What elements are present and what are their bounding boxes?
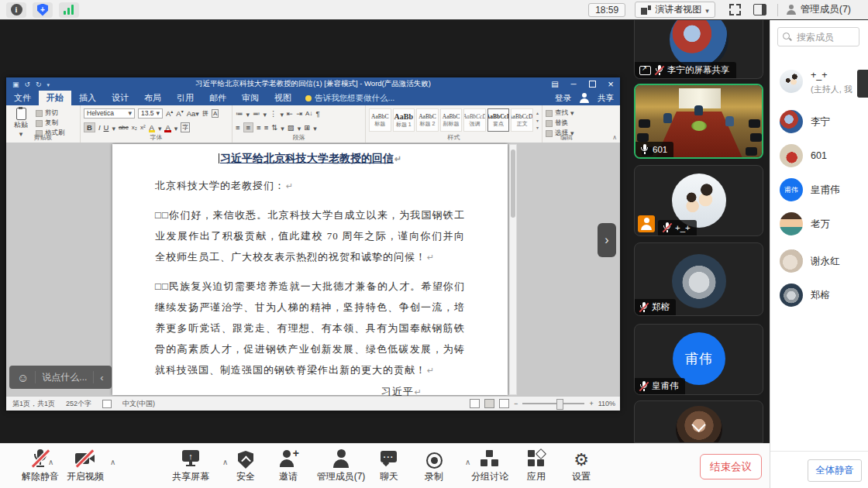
chat-input-placeholder[interactable]: 说点什么... [42, 371, 87, 384]
proofing-icon[interactable] [102, 400, 112, 408]
side-panel-toggle[interactable] [753, 4, 766, 15]
read-mode-icon[interactable] [470, 399, 480, 408]
video-tile-screenshare[interactable]: 李宁的屏幕共享 [634, 19, 763, 79]
end-meeting-button[interactable]: 结束会议 [700, 454, 762, 479]
tab-references[interactable]: 引用 [169, 91, 202, 105]
cut-button[interactable]: 剪切 [36, 108, 65, 118]
tab-view[interactable]: 视图 [267, 91, 299, 105]
participant-row[interactable]: 甫伟 皇甫伟 [780, 174, 866, 205]
participant-row-host[interactable]: +_+(主持人, 我 [780, 64, 866, 98]
change-case-icon[interactable]: Aa [187, 109, 199, 118]
sign-in-link[interactable]: 登录 [555, 93, 571, 104]
video-tile-huangfuwei[interactable]: 甫伟 皇甫伟 [634, 324, 763, 395]
undo-icon[interactable] [25, 81, 31, 88]
tab-home[interactable]: 开始 [39, 91, 71, 105]
style-card-body[interactable]: AaBbCcDd正文 [511, 108, 533, 132]
chat-quick-bar[interactable]: ☺ 说点什么... ‹ [9, 366, 112, 389]
minimize-button[interactable] [564, 77, 583, 91]
underline-button[interactable]: U [104, 123, 109, 132]
video-tile-host[interactable]: +_+ [634, 165, 763, 236]
meeting-protection-button[interactable]: + [33, 2, 53, 18]
tab-design[interactable]: 设计 [104, 91, 136, 105]
participant-row[interactable]: 谢永红 [780, 246, 866, 277]
quick-access-toolbar[interactable] [12, 81, 50, 88]
quick-access-dropdown-icon[interactable] [47, 81, 50, 88]
align-center-icon[interactable]: ≡ [243, 122, 254, 132]
member-search-box[interactable] [777, 27, 859, 46]
tab-layout[interactable]: 布局 [136, 91, 169, 105]
share-link[interactable]: 共享 [598, 93, 614, 104]
style-card-selected[interactable]: AaBbCcD要点 [487, 108, 510, 132]
decrease-indent-icon[interactable]: ⇤ [287, 109, 293, 118]
fullscreen-button[interactable] [729, 4, 741, 15]
scrollbar-thumb[interactable] [511, 149, 515, 218]
settings-button[interactable]: 设置 [549, 449, 614, 483]
strikethrough-button[interactable]: abc [119, 124, 129, 131]
font-size-select[interactable]: 13.5 [138, 108, 163, 119]
enclose-characters-icon[interactable]: 字 [181, 122, 190, 132]
font-color-button[interactable]: A [164, 123, 170, 132]
style-card-emphasis[interactable]: AaBbCcD强调 [463, 108, 486, 132]
align-right-icon[interactable]: ≡ [257, 123, 261, 132]
borders-icon[interactable]: ⊞ [304, 123, 310, 132]
network-status-button[interactable] [59, 2, 79, 18]
zoom-out-button[interactable]: − [514, 400, 518, 407]
tab-insert[interactable]: 插入 [71, 91, 104, 105]
video-tile-601[interactable]: 601 [634, 84, 763, 159]
justify-icon[interactable]: ≡ [264, 123, 269, 132]
style-card-heading1[interactable]: AaBb标题 1 [393, 108, 415, 132]
shrink-font-icon[interactable]: A▾ [176, 108, 183, 118]
zoom-in-button[interactable]: + [589, 400, 593, 407]
document-page[interactable]: 习近平给北京科技大学老教授的回信 北京科技大学的老教授们： □□你们好，来信收悉… [112, 144, 508, 395]
tell-me-box[interactable]: 告诉我您想要做什么... [305, 93, 394, 104]
collapse-ribbon-icon[interactable] [612, 134, 617, 141]
zoom-slider[interactable] [522, 403, 584, 404]
style-card-heading2[interactable]: AaBbC标题 2 [416, 108, 439, 132]
ribbon-options-button[interactable] [546, 77, 564, 91]
phonetic-guide-icon[interactable]: 拼 [202, 109, 208, 118]
grow-font-icon[interactable]: A▴ [166, 108, 173, 118]
align-left-icon[interactable]: ≡ [236, 123, 240, 132]
word-titlebar[interactable]: 习近平给北京科技大学老教授的回信(1) [兼容模式] - Word(产品激活失败… [6, 77, 620, 91]
subscript-button[interactable]: x₂ [132, 124, 137, 131]
emoji-icon[interactable]: ☺ [17, 371, 29, 384]
participant-row[interactable]: 李宁 [780, 106, 866, 137]
font-name-select[interactable]: Helvetica [84, 108, 135, 119]
close-button[interactable] [601, 77, 620, 91]
character-border-icon[interactable]: A [212, 109, 219, 118]
copy-button[interactable]: 复制 [36, 119, 65, 128]
video-tile-zhengrong[interactable]: 郑榕 [634, 242, 763, 316]
collapse-chat-icon[interactable]: ‹ [100, 372, 103, 383]
word-count[interactable]: 252个字 [66, 399, 91, 409]
restore-button[interactable] [583, 77, 601, 91]
zoom-level[interactable]: 110% [598, 400, 615, 407]
members-header[interactable]: 管理成员(7) [786, 3, 851, 16]
video-strip-toggle[interactable] [598, 223, 616, 257]
search-input[interactable] [795, 31, 854, 43]
tab-review[interactable]: 审阅 [234, 91, 267, 105]
redo-icon[interactable] [36, 81, 42, 88]
style-card-subtitle[interactable]: AaBbC副标题 [440, 108, 463, 132]
italic-button[interactable]: I [98, 123, 101, 132]
superscript-button[interactable]: x² [140, 124, 146, 131]
participant-row[interactable]: 601 [780, 140, 866, 171]
save-icon[interactable] [12, 81, 19, 88]
view-mode-selector[interactable]: 演讲者视图 [635, 2, 715, 18]
increase-indent-icon[interactable]: ⇥ [296, 109, 302, 118]
show-marks-icon[interactable]: ¶ [315, 109, 319, 118]
document-scrollbar[interactable] [509, 144, 517, 395]
tab-file[interactable]: 文件 [6, 91, 39, 105]
start-video-button[interactable]: 开启视频 [53, 449, 118, 483]
highlight-color-button[interactable]: A [149, 123, 155, 132]
language-indicator[interactable]: 中文(中国) [122, 399, 155, 409]
page-indicator[interactable]: 第1页，共1页 [12, 399, 55, 409]
mute-all-button[interactable]: 全体静音 [808, 459, 862, 482]
web-layout-icon[interactable] [499, 399, 509, 408]
video-tile-partial[interactable] [634, 400, 763, 443]
meeting-info-button[interactable]: i [6, 2, 26, 18]
bullets-icon[interactable]: ≔ [236, 109, 243, 118]
participant-row[interactable]: 郑榕 [780, 280, 866, 311]
participant-row[interactable]: 老万 [780, 208, 866, 239]
bold-button[interactable]: B [84, 122, 95, 132]
replace-button[interactable]: 替换 [546, 119, 587, 128]
